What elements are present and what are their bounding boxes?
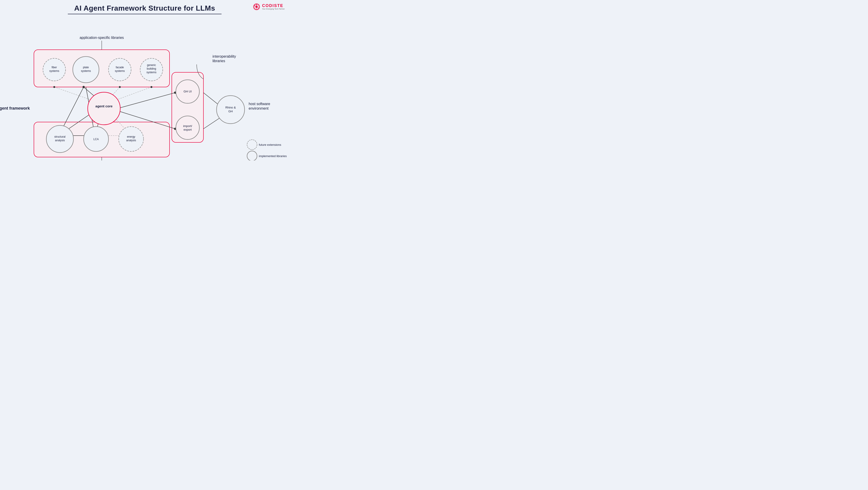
label-facade: facade: [116, 66, 124, 69]
label-fiber2: systems: [49, 69, 59, 72]
label-energy: energy: [127, 135, 135, 138]
label-agent-core: agent core: [95, 104, 113, 108]
codiste-logo-icon: [252, 3, 260, 11]
logo-name: CODISTE: [262, 4, 285, 8]
label-import: import/: [183, 124, 192, 128]
logo-text: CODISTE Your Emerging Tech Partner: [262, 4, 285, 10]
circle-agent-core: [88, 92, 120, 125]
logo-tagline: Your Emerging Tech Partner: [262, 8, 285, 10]
diagram: fiber systems plate systems facade syste…: [0, 20, 289, 160]
svg-point-2: [256, 6, 258, 8]
label-structural: structural: [54, 135, 65, 138]
legend-circle-implemented: [247, 151, 257, 160]
label-host-section: host software: [249, 102, 270, 106]
label-interop-section2: libraries: [213, 59, 225, 63]
legend-label-future: future extensions: [259, 143, 281, 147]
circle-import: [176, 116, 199, 140]
dot-fiber: [53, 86, 55, 88]
label-generic2: building: [147, 67, 156, 70]
legend-label-implemented: implemented libraries: [259, 154, 287, 158]
title-underline: [68, 14, 221, 14]
label-rhino: Rhino &: [225, 106, 236, 109]
label-generic3: systems: [147, 71, 156, 74]
line-core-ghui: [118, 93, 175, 109]
main-title: AI Agent Framework Structure for LLMs: [66, 4, 224, 12]
label-fiber: fiber: [52, 66, 57, 69]
label-facade2: systems: [115, 69, 125, 72]
label-agent-framework: agent framework: [0, 106, 30, 111]
label-import2: export: [184, 128, 192, 131]
label-plate: plate: [83, 66, 89, 69]
label-ghui: GH UI: [184, 90, 192, 93]
label-energy2: analysis: [126, 139, 136, 142]
logo: CODISTE Your Emerging Tech Partner: [252, 3, 285, 11]
dot-facade: [119, 86, 121, 88]
label-appspec-section: application-specific libraries: [80, 36, 124, 39]
label-generic: generic: [147, 63, 156, 67]
label-plate2: systems: [81, 69, 91, 72]
title-container: AI Agent Framework Structure for LLMs: [66, 4, 224, 14]
dot-generic: [151, 86, 152, 88]
line-import-rhino: [204, 118, 220, 129]
legend-circle-future: [247, 140, 257, 150]
label-structural2: analysis: [55, 139, 65, 142]
label-interop-section: interoperability: [213, 55, 236, 58]
label-rhino2: GH: [228, 110, 233, 113]
label-host-section2: environment: [249, 106, 269, 110]
dot-plate: [83, 86, 85, 88]
label-lca: LCA: [93, 137, 98, 141]
